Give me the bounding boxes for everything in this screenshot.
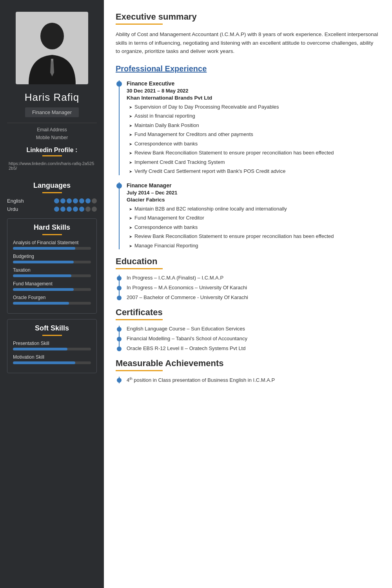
skill-bar-fill	[13, 274, 71, 277]
skill-name: Fund Management	[13, 281, 91, 287]
achievements-title: Measurable Achievements	[116, 358, 378, 368]
education-item: 2007 – Bachelor of Commerce - University…	[127, 294, 378, 300]
contact-info: Email Address Mobile Number	[7, 123, 97, 143]
linkedin-label: Linkedin Profile :	[7, 147, 97, 154]
skill-bar-bg	[13, 348, 91, 350]
language-dot	[54, 207, 59, 212]
certificates-underline	[116, 319, 163, 320]
education-underline	[116, 268, 163, 269]
job-duty-item: Correspondence with banks	[129, 223, 378, 231]
skill-bar-bg	[13, 261, 91, 263]
language-dot	[92, 207, 97, 212]
hard-skills-heading: Hard Skills	[13, 223, 91, 232]
hard-skill-item: Fund Management	[13, 281, 91, 291]
language-dot	[73, 207, 78, 212]
hard-skill-item: Oracle Fourgen	[13, 295, 91, 305]
skill-bar-bg	[13, 274, 91, 277]
achievement-item: 4th position in Class presentation of Bu…	[127, 377, 378, 383]
job-duty-item: Supervision of Day to Day Processing Rec…	[129, 103, 378, 111]
language-dot	[79, 207, 84, 212]
job-duties-list: Maintain B2B and B2C relationship online…	[127, 205, 378, 250]
hard-skill-item: Analysis of Financial Statement	[13, 240, 91, 250]
certificates-title: Certificates	[116, 307, 378, 318]
skill-bar-bg	[13, 361, 91, 364]
skill-bar-fill	[13, 348, 67, 350]
language-dots	[54, 198, 97, 203]
job-duties-list: Supervision of Day to Day Processing Rec…	[127, 103, 378, 175]
language-dot	[79, 198, 84, 203]
soft-skill-item: Motivation Skill	[13, 354, 91, 364]
skill-bar-bg	[13, 302, 91, 305]
skill-name: Budgeting	[13, 254, 91, 259]
language-dot	[60, 207, 65, 212]
job-duty-item: Fund Management for Creditors and other …	[129, 131, 378, 138]
skill-bar-fill	[13, 247, 75, 250]
soft-skills-heading: Soft Skills	[13, 324, 91, 332]
certificate-item: Financial Modelling – Tabani's School of…	[127, 336, 378, 341]
job-duty-item: Review Bank Reconciliation Statement to …	[129, 232, 378, 240]
languages-list: EnglishUrdu	[7, 198, 97, 212]
job-duty-item: Maintain Daily Bank Position	[129, 122, 378, 129]
language-item: English	[7, 198, 97, 204]
cert-list: English Language Course – Sun Education …	[127, 326, 378, 351]
linkedin-url[interactable]: https://www.linkedin.com/in/haris-rafiq-…	[7, 161, 97, 171]
exec-summary-text: Ability of Cost and Management Accountan…	[116, 30, 378, 56]
language-dot	[67, 207, 72, 212]
job-duty-item: Maintain B2B and B2C relationship online…	[129, 205, 378, 213]
hard-skills-gold-line	[42, 234, 62, 235]
job-title-text: Finance Manager	[127, 182, 378, 189]
achievements-underline	[116, 370, 163, 371]
svg-point-0	[40, 23, 64, 49]
certificate-text: English Language Course – Sun Education …	[127, 326, 245, 332]
certificate-text: Financial Modelling – Tabani's School of…	[127, 336, 247, 341]
language-dot	[67, 198, 72, 203]
skill-bar-fill	[13, 302, 69, 305]
languages-gold-line	[42, 192, 62, 193]
job-duty-item: Fund Management for Creditor	[129, 214, 378, 222]
cert-timeline: English Language Course – Sun Education …	[119, 326, 378, 351]
hard-skill-item: Budgeting	[13, 254, 91, 263]
exec-summary-title: Executive summary	[116, 12, 378, 22]
skill-name: Oracle Fourgen	[13, 295, 91, 300]
skill-bar-fill	[13, 261, 74, 263]
job-duty-item: Correspondence with banks	[129, 140, 378, 148]
job-duty-item: Implement Credit Card Tracking System	[129, 158, 378, 166]
achieve-timeline: 4th position in Class presentation of Bu…	[119, 377, 378, 383]
certificates-section: Certificates English Language Course – S…	[116, 307, 378, 351]
timeline-dot	[116, 183, 122, 189]
job-duty-item: Verify Credit Card Settlement report wit…	[129, 167, 378, 175]
edu-dot	[117, 296, 122, 300]
skill-name: Presentation Skill	[13, 341, 91, 346]
education-text: In Progress – I.C.M.A (Finalist) – I.C.M…	[127, 275, 223, 281]
education-title: Education	[116, 256, 378, 267]
edu-dot	[117, 286, 122, 290]
hard-skills-list: Analysis of Financial Statement Budgetin…	[13, 240, 91, 305]
language-name: English	[7, 198, 24, 204]
soft-skills-list: Presentation Skill Motivation Skill	[13, 341, 91, 364]
job-company: Glacier Fabrics	[127, 197, 378, 203]
languages-heading: Languages	[7, 181, 97, 190]
language-dot	[92, 198, 97, 203]
job-title-text: Finance Executive	[127, 80, 378, 87]
exec-summary-underline	[116, 24, 163, 25]
language-dots	[54, 207, 97, 212]
skill-bar-fill	[13, 288, 74, 291]
education-text: 2007 – Bachelor of Commerce - University…	[127, 294, 248, 300]
skill-bar-fill	[13, 361, 75, 364]
job-duty-item: Review Bank Reconciliation Statement to …	[129, 149, 378, 157]
job-entry: Finance Executive30 Dec 2021 – 8 May 202…	[119, 80, 378, 175]
skill-name: Taxation	[13, 267, 91, 273]
job-duty-item: Manage Financial Reporting	[129, 242, 378, 250]
education-section: Education In Progress – I.C.M.A (Finalis…	[116, 256, 378, 300]
job-entry: Finance ManagerJuly 2014 – Dec 2021Glaci…	[119, 182, 378, 250]
job-title-badge: Finance Manager	[25, 107, 79, 117]
language-dot	[54, 198, 59, 203]
prof-exp-section: Professional Experience Finance Executiv…	[116, 64, 378, 250]
cert-dot	[117, 347, 122, 351]
timeline-dot	[116, 81, 122, 87]
job-date: July 2014 – Dec 2021	[127, 190, 378, 196]
jobs-timeline: Finance Executive30 Dec 2021 – 8 May 202…	[116, 80, 378, 250]
job-duty-item: Assist in financial reporting	[129, 112, 378, 120]
certificate-item: English Language Course – Sun Education …	[127, 326, 378, 332]
soft-skills-box: Soft Skills Presentation Skill Motivatio…	[7, 319, 97, 373]
